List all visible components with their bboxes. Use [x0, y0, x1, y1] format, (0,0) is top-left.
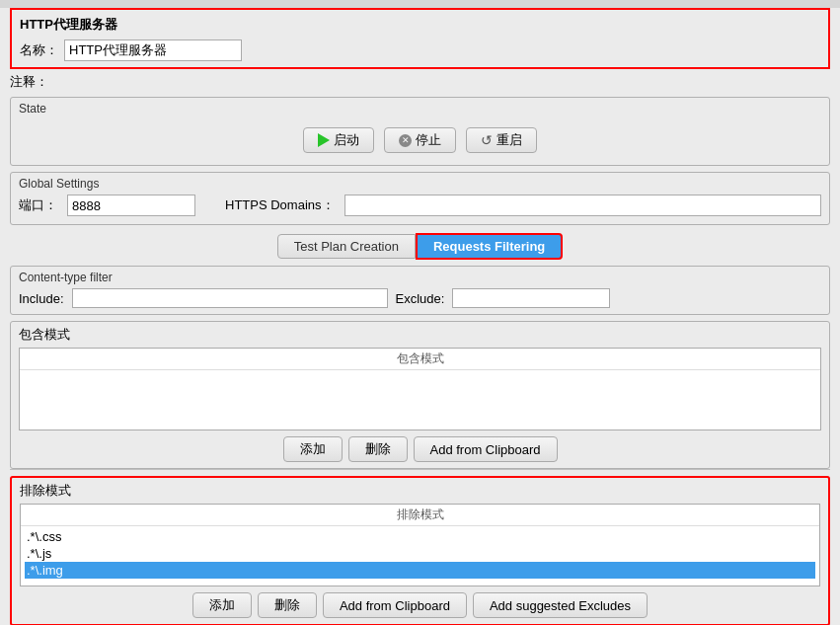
exclude-list-item[interactable]: .*\.js [25, 545, 815, 562]
state-title: State [19, 102, 821, 116]
stop-icon [399, 134, 412, 147]
content-filter-title: Content-type filter [19, 271, 821, 284]
filter-row: Include: Exclude: [19, 288, 821, 308]
exclude-pattern-content: 排除模式 .*\.css.*\.js.*\.img [20, 504, 820, 586]
stop-label: 停止 [416, 131, 441, 149]
include-delete-button[interactable]: 删除 [348, 436, 408, 462]
exclude-pattern-title: 排除模式 [20, 482, 820, 500]
include-list-header: 包含模式 [20, 349, 820, 370]
tab-test-plan[interactable]: Test Plan Creation [277, 234, 416, 259]
restart-label: 重启 [496, 131, 522, 149]
state-section: State 启动 停止 ↺ 重启 [10, 97, 830, 166]
include-list-body [20, 370, 820, 430]
global-settings-section: Global Settings 端口： HTTPS Domains： [10, 172, 830, 225]
include-pattern-title: 包含模式 [19, 326, 821, 344]
restart-button[interactable]: ↺ 重启 [466, 127, 537, 153]
exclude-clipboard-button[interactable]: Add from Clipboard [323, 592, 467, 618]
exclude-list-item[interactable]: .*\.css [25, 528, 815, 545]
include-pattern-section: 包含模式 包含模式 添加 删除 Add from Clipboard [10, 321, 830, 469]
comment-row: 注释： [10, 73, 830, 91]
name-row: 名称： [20, 39, 820, 61]
play-icon [318, 133, 330, 147]
exclude-add-button[interactable]: 添加 [192, 592, 252, 618]
https-label: HTTPS Domains： [225, 196, 335, 214]
content-filter-section: Content-type filter Include: Exclude: [10, 266, 830, 315]
global-row: 端口： HTTPS Domains： [19, 195, 821, 216]
header-section: HTTP代理服务器 名称： [10, 8, 830, 69]
restart-icon: ↺ [481, 132, 493, 148]
exclude-delete-button[interactable]: 删除 [258, 592, 317, 618]
https-input[interactable] [344, 195, 821, 216]
exclude-list-item[interactable]: .*\.img [25, 562, 815, 579]
include-clipboard-button[interactable]: Add from Clipboard [414, 436, 558, 462]
exclude-list-body[interactable]: .*\.css.*\.js.*\.img [21, 526, 819, 586]
tabs-row: Test Plan Creation Requests Filtering [10, 233, 830, 260]
main-container: HTTP代理服务器 名称： 注释： State 启动 停止 ↺ 重启 [0, 8, 840, 625]
include-add-button[interactable]: 添加 [283, 436, 343, 462]
state-buttons: 启动 停止 ↺ 重启 [19, 119, 821, 157]
include-pattern-list: 包含模式 [19, 348, 821, 430]
global-settings-title: Global Settings [19, 177, 821, 191]
start-label: 启动 [334, 131, 359, 149]
include-pattern-content: 包含模式 [19, 348, 821, 430]
exclude-buttons: 添加 删除 Add from Clipboard Add suggested E… [20, 592, 820, 618]
comment-label: 注释： [10, 73, 48, 91]
port-input[interactable] [67, 195, 195, 216]
include-input[interactable] [72, 288, 388, 308]
port-label: 端口： [19, 196, 57, 214]
exclude-label: Exclude: [396, 291, 445, 306]
divider [10, 469, 830, 470]
include-buttons: 添加 删除 Add from Clipboard [19, 436, 821, 462]
header-title: HTTP代理服务器 [20, 16, 820, 34]
exclude-list-header: 排除模式 [21, 505, 819, 526]
name-label: 名称： [20, 41, 58, 59]
exclude-pattern-list: 排除模式 .*\.css.*\.js.*\.img [20, 504, 820, 586]
tab-requests-filtering[interactable]: Requests Filtering [416, 233, 563, 260]
exclude-suggested-button[interactable]: Add suggested Excludes [473, 592, 648, 618]
name-input[interactable] [64, 39, 242, 61]
stop-button[interactable]: 停止 [384, 127, 456, 153]
exclude-input[interactable] [452, 288, 610, 308]
include-label: Include: [19, 291, 64, 306]
exclude-pattern-section: 排除模式 排除模式 .*\.css.*\.js.*\.img 添加 删除 Add… [10, 476, 830, 625]
start-button[interactable]: 启动 [303, 127, 374, 153]
